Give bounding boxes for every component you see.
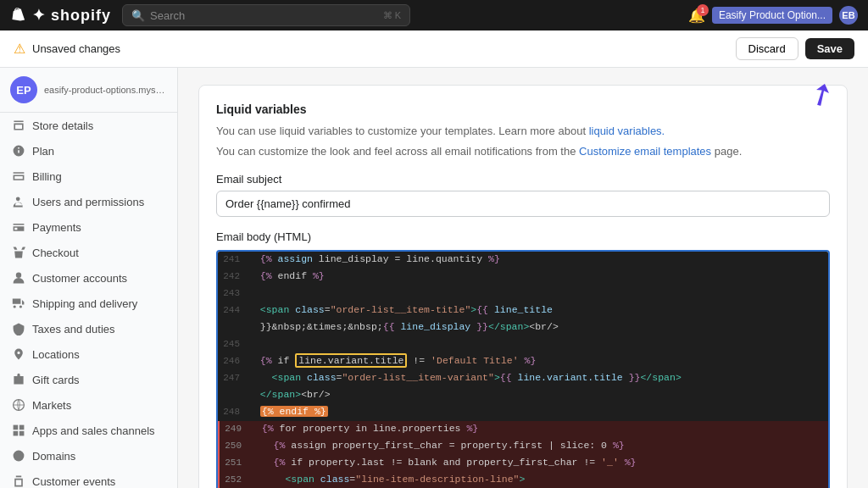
liquid-variables-card: Liquid variables You can use liquid vari…	[198, 85, 848, 488]
checkout-icon	[12, 246, 25, 259]
code-line-247b: </span><br/>	[218, 387, 828, 404]
topbar-right: 🔔 1 Easify Product Option... EB	[688, 6, 858, 25]
sidebar-item-markets[interactable]: Markets	[0, 392, 177, 418]
sidebar-item-customer-events[interactable]: Customer events	[0, 469, 177, 488]
sidebar-item-label: Checkout	[32, 247, 79, 259]
sidebar-item-domains[interactable]: Domains	[0, 443, 177, 469]
store-name: Easify Product Option...	[719, 9, 826, 21]
sidebar-store-row: EP easify-product-options.myshopify.com	[0, 68, 177, 113]
store-switcher-button[interactable]: Easify Product Option...	[712, 7, 832, 24]
code-line-252: 252 <span class="line-item-description-l…	[218, 472, 828, 488]
sidebar-item-label: Markets	[32, 399, 71, 412]
code-line-242: 242 {% endif %}	[218, 269, 828, 286]
sidebar-item-label: Users and permissions	[32, 196, 144, 208]
unsaved-changes-banner: ⚠ Unsaved changes Discard Save	[0, 30, 868, 68]
sidebar-item-locations[interactable]: Locations	[0, 341, 177, 367]
warning-icon: ⚠	[14, 41, 25, 57]
sidebar-item-users[interactable]: Users and permissions	[0, 189, 177, 214]
shopify-logo: ✦ shopify	[10, 6, 112, 25]
sidebar: EP easify-product-options.myshopify.com …	[0, 68, 178, 488]
notification-badge: 1	[697, 4, 709, 16]
taxes-icon	[12, 322, 25, 336]
billing-icon	[12, 169, 25, 183]
sidebar-avatar: EP	[10, 76, 37, 103]
sidebar-item-label: Locations	[32, 348, 80, 361]
markets-icon	[12, 398, 25, 412]
liquid-desc1: You can use liquid variables to customiz…	[216, 123, 830, 140]
sidebar-item-shipping[interactable]: Shipping and delivery	[0, 291, 177, 316]
sidebar-item-gift-cards[interactable]: Gift cards	[0, 367, 177, 392]
sidebar-item-label: Customer events	[32, 475, 115, 488]
search-input[interactable]	[150, 9, 378, 22]
sidebar-item-store-details[interactable]: Store details	[0, 113, 177, 138]
sidebar-item-label: Billing	[32, 170, 62, 183]
shipping-icon	[12, 297, 25, 310]
code-line-249: 249 {% for property in line.properties %…	[218, 421, 828, 438]
code-line-248: 248 {% endif %}	[218, 404, 828, 421]
sidebar-item-label: Gift cards	[32, 374, 80, 386]
sidebar-item-label: Payments	[32, 221, 81, 234]
code-line-241: 241 {% assign line_display = line.quanti…	[218, 252, 828, 269]
sidebar-item-label: Apps and sales channels	[32, 424, 155, 437]
email-subject-label: Email subject	[216, 173, 830, 186]
store-icon	[12, 119, 25, 132]
plan-icon	[12, 144, 25, 158]
sidebar-item-label: Plan	[32, 145, 54, 158]
sidebar-item-plan[interactable]: Plan	[0, 138, 177, 164]
code-line-247: 247 <span class="order-list__item-varian…	[218, 370, 828, 387]
liquid-variables-link[interactable]: liquid variables.	[589, 125, 665, 137]
svg-rect-4	[19, 431, 25, 436]
avatar: EB	[839, 6, 858, 25]
shopify-logo-icon	[10, 7, 27, 24]
sidebar-item-label: Shipping and delivery	[32, 297, 137, 310]
svg-rect-2	[19, 425, 25, 430]
domains-icon	[12, 449, 25, 463]
sidebar-item-label: Taxes and duties	[32, 323, 115, 336]
customer-events-icon	[12, 474, 25, 488]
avatar-text: EB	[842, 10, 854, 20]
liquid-desc2: You can customize the look and feel acro…	[216, 143, 830, 160]
payments-icon	[12, 220, 25, 234]
sidebar-item-label: Domains	[32, 450, 75, 463]
customer-accounts-icon	[12, 271, 25, 285]
save-button[interactable]: Save	[805, 38, 854, 59]
sidebar-item-checkout[interactable]: Checkout	[0, 240, 177, 265]
main-layout: EP easify-product-options.myshopify.com …	[0, 68, 868, 488]
notifications-button[interactable]: 🔔 1	[688, 8, 705, 24]
code-line-246: 246 {% if line.variant.title != 'Default…	[218, 353, 828, 370]
code-line-244: 244 <span class="order-list__item-title"…	[218, 302, 828, 319]
topbar: ✦ shopify 🔍 ⌘ K 🔔 1 Easify Product Optio…	[0, 0, 868, 30]
code-line-245: 245	[218, 336, 828, 353]
search-shortcut: ⌘ K	[383, 10, 401, 21]
code-line-251: 251 {% if property.last != blank and pro…	[218, 455, 828, 472]
search-icon: 🔍	[131, 9, 145, 22]
code-line-243: 243	[218, 286, 828, 302]
sidebar-store-url: easify-product-options.myshopify.com	[44, 85, 167, 95]
code-line-244b: }}&nbsp;&times;&nbsp;{{ line_display }}<…	[218, 319, 828, 336]
sidebar-item-label: Customer accounts	[32, 272, 127, 285]
search-bar[interactable]: 🔍 ⌘ K	[122, 4, 410, 26]
sidebar-item-apps-channels[interactable]: Apps and sales channels	[0, 418, 177, 443]
code-line-250: 250 {% assign property_first_char = prop…	[218, 438, 828, 455]
sidebar-item-customer-accounts[interactable]: Customer accounts	[0, 265, 177, 291]
liquid-variables-title: Liquid variables	[216, 103, 830, 116]
gift-cards-icon	[12, 373, 25, 386]
locations-icon	[12, 347, 25, 361]
svg-rect-3	[14, 431, 19, 436]
sidebar-item-taxes[interactable]: Taxes and duties	[0, 316, 177, 341]
email-body-label: Email body (HTML)	[216, 230, 830, 243]
content-wrapper: ➚ Liquid variables You can use liquid va…	[198, 85, 848, 488]
users-icon	[12, 195, 25, 208]
customize-email-templates-link[interactable]: Customize email templates	[579, 145, 711, 158]
sidebar-item-payments[interactable]: Payments	[0, 214, 177, 240]
email-subject-input[interactable]	[216, 191, 830, 217]
email-body-editor[interactable]: 241 {% assign line_display = line.quanti…	[216, 250, 830, 488]
unsaved-banner-text: Unsaved changes	[32, 42, 729, 55]
main-content: ➚ Liquid variables You can use liquid va…	[178, 68, 868, 488]
sidebar-item-billing[interactable]: Billing	[0, 164, 177, 189]
logo-text: ✦ shopify	[32, 6, 111, 25]
svg-rect-1	[14, 425, 19, 430]
discard-button[interactable]: Discard	[736, 37, 798, 60]
sidebar-avatar-text: EP	[16, 84, 31, 97]
sidebar-item-label: Store details	[32, 119, 93, 132]
